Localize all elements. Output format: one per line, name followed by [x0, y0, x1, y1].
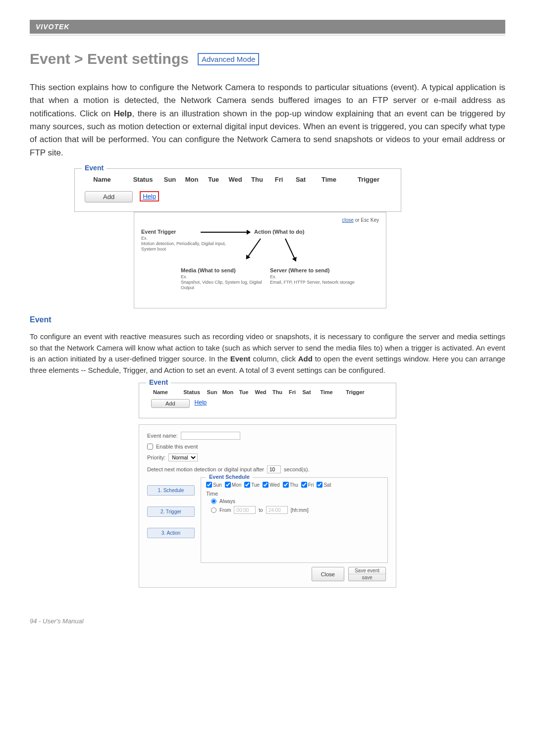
day-thu-checkbox[interactable]	[283, 482, 289, 488]
enable-event-checkbox[interactable]	[147, 444, 153, 450]
save-event-button[interactable]: Save event save	[348, 567, 386, 581]
diagram-media-title: Media (What to send)	[181, 267, 275, 273]
col-sat: Sat	[292, 176, 309, 183]
close-button[interactable]: Close	[312, 567, 344, 581]
event-schedule-box: Event Schedule Sun Mon Tue Wed Thu Fri S…	[201, 477, 388, 563]
col-tue: Tue	[205, 176, 222, 183]
col-fri: Fri	[270, 176, 287, 183]
day-wed-checkbox[interactable]	[263, 482, 268, 488]
col2-wed: Wed	[253, 389, 268, 395]
time-always-radio[interactable]	[211, 499, 216, 504]
col2-tue: Tue	[237, 389, 250, 395]
diagram-server-ex-label: Ex.	[270, 274, 276, 279]
priority-label: Priority:	[147, 454, 165, 460]
popup-close-suffix: or Esc Key	[354, 217, 379, 223]
diagram-server-title: Server (Where to send)	[270, 267, 369, 273]
day-mon-label: Mon	[232, 482, 241, 488]
day-sun-checkbox[interactable]	[206, 482, 212, 488]
time-from-radio[interactable]	[211, 507, 216, 513]
time-from-label: From	[219, 507, 231, 513]
col2-name: Name	[143, 389, 178, 395]
col2-sat: Sat	[301, 389, 313, 395]
col-mon: Mon	[183, 176, 200, 183]
time-hhmm-label: [hh:mm]	[291, 507, 309, 513]
add-button[interactable]: Add	[85, 191, 133, 202]
diagram-action-node: Action (What to do)	[254, 229, 348, 236]
detect-pre: Detect next motion detection or digital …	[147, 466, 264, 472]
col2-sun: Sun	[206, 389, 218, 395]
event-diagram: Event Trigger Ex. Motion detection, Peri…	[141, 229, 379, 298]
save-event-top: Save event	[349, 567, 385, 574]
priority-select[interactable]: Normal	[168, 454, 198, 461]
diagram-server-node: Server (Where to send) Ex. Email, FTP, H…	[270, 267, 369, 285]
time-to-label: to	[259, 507, 263, 513]
diagram-server-ex: Email, FTP, HTTP Server, Network storage	[270, 280, 369, 285]
diagram-trigger-ex: Motion detection, Periodically, Digital …	[141, 241, 235, 252]
time-to-input[interactable]	[266, 506, 288, 514]
diagram-media-ex-label: Ex.	[181, 274, 187, 279]
intro-paragraph: This section explains how to configure t…	[30, 81, 505, 159]
col2-mon: Mon	[221, 389, 234, 395]
arrow-right-icon	[201, 232, 250, 233]
header-rule	[30, 35, 505, 36]
col-sun: Sun	[161, 176, 178, 183]
intro-bold-help: Help	[114, 109, 132, 118]
day-tue-label: Tue	[251, 482, 260, 488]
event-name-label: Event name:	[147, 433, 178, 439]
para2-mid: column, click	[251, 354, 298, 363]
arrow-down-left-icon	[246, 238, 261, 259]
step-schedule-button[interactable]: 1. Schedule	[147, 485, 195, 496]
diagram-trigger-ex-label: Ex.	[141, 236, 148, 241]
day-fri-checkbox[interactable]	[301, 482, 307, 488]
day-tue-checkbox[interactable]	[244, 482, 250, 488]
day-mon-checkbox[interactable]	[225, 482, 231, 488]
event-settings-panel: Event name: Enable this event Priority: …	[139, 424, 396, 588]
event-name-input[interactable]	[181, 432, 240, 440]
event-fieldset: Event Name Status Sun Mon Tue Wed Thu Fr…	[74, 168, 401, 212]
help-link-small[interactable]: Help	[195, 399, 207, 406]
step-column: 1. Schedule 2. Trigger 3. Action	[147, 477, 195, 538]
popup-close-row: close or Esc Key	[141, 217, 379, 223]
save-event-bottom: save	[349, 574, 385, 581]
detect-seconds-input[interactable]	[267, 465, 281, 473]
step-trigger-button[interactable]: 2. Trigger	[147, 506, 195, 517]
day-sat-label: Sat	[323, 482, 331, 488]
popup-close-link[interactable]: close	[342, 217, 354, 223]
schedule-day-row: Sun Mon Tue Wed Thu Fri Sat	[206, 482, 382, 488]
brand-header: VIVOTEK	[30, 20, 505, 34]
diagram-media-node: Media (What to send) Ex. Snapshot, Video…	[181, 267, 275, 290]
col2-fri: Fri	[287, 389, 298, 395]
add-button-small[interactable]: Add	[151, 399, 190, 408]
page-title: Event > Event settings	[30, 50, 189, 67]
col-name: Name	[80, 176, 124, 183]
day-sun-label: Sun	[213, 482, 222, 488]
col-status: Status	[129, 176, 157, 183]
diagram-action-title: Action (What to do)	[254, 229, 348, 235]
detect-post: second(s).	[284, 466, 309, 472]
para2-b2: Add	[298, 354, 313, 363]
help-link-highlighted[interactable]: Help	[140, 191, 159, 202]
day-fri-label: Fri	[308, 482, 314, 488]
arrow-down-right-icon	[285, 239, 296, 261]
event-paragraph: To configure an event with reactive meas…	[30, 331, 505, 376]
col2-thu: Thu	[271, 389, 284, 395]
step-action-button[interactable]: 3. Action	[147, 528, 195, 538]
event-legend: Event	[82, 164, 107, 172]
section-heading-event: Event	[30, 315, 505, 324]
diagram-media-ex: Snapshot, Video Clip, System log, Digita…	[181, 280, 275, 291]
time-always-label: Always	[219, 499, 235, 504]
event-legend-small: Event	[146, 378, 171, 386]
col-wed: Wed	[227, 176, 244, 183]
col2-trigger: Trigger	[340, 389, 370, 395]
time-from-input[interactable]	[234, 506, 256, 514]
col2-time: Time	[316, 389, 337, 395]
day-wed-label: Wed	[269, 482, 279, 488]
col-thu: Thu	[249, 176, 266, 183]
brand-text: VIVOTEK	[36, 23, 69, 31]
time-label: Time	[206, 491, 382, 497]
day-sat-checkbox[interactable]	[317, 482, 322, 488]
para2-b1: Event	[230, 354, 251, 363]
event-fieldset-small: Event Name Status Sun Mon Tue Wed Thu Fr…	[139, 383, 396, 418]
col-time: Time	[314, 176, 344, 183]
col-trigger: Trigger	[349, 176, 388, 183]
